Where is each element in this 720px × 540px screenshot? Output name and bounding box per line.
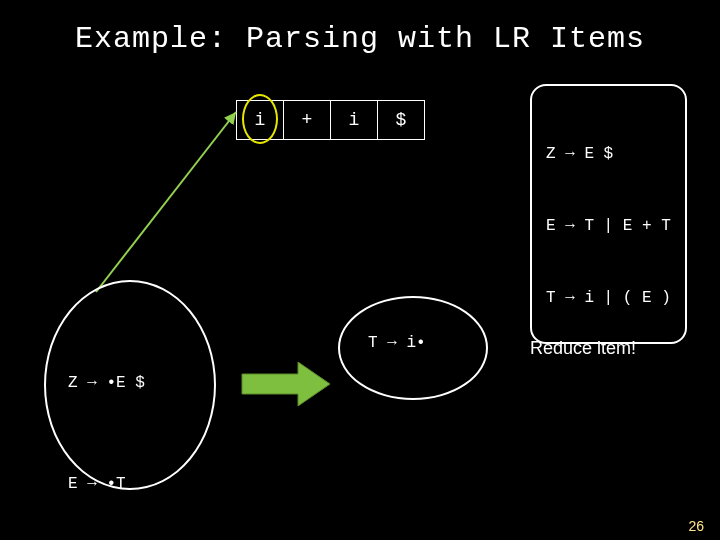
slide-number: 26 [688, 518, 704, 534]
lr-item: E → •T [68, 468, 164, 502]
current-symbol-highlight [242, 94, 278, 144]
svg-line-0 [96, 112, 236, 292]
grammar-rule: E → T | E + T [546, 214, 671, 238]
lr-item: T → i• [368, 334, 426, 352]
transition-arrow-icon [240, 360, 332, 408]
tape-cell: + [283, 100, 331, 140]
lr-item: Z → •E $ [68, 367, 164, 401]
tape-cell: i [330, 100, 378, 140]
state-items-initial: Z → •E $ E → •T E → •E + T T → •i T → •(… [68, 300, 164, 540]
grammar-box: Z → E $ E → T | E + T T → i | ( E ) [530, 84, 687, 344]
grammar-rule: T → i | ( E ) [546, 286, 671, 310]
pointer-line [96, 112, 246, 302]
slide-title: Example: Parsing with LR Items [0, 22, 720, 56]
grammar-rule: Z → E $ [546, 142, 671, 166]
action-note: Reduce item! [530, 338, 636, 359]
tape-cell: $ [377, 100, 425, 140]
